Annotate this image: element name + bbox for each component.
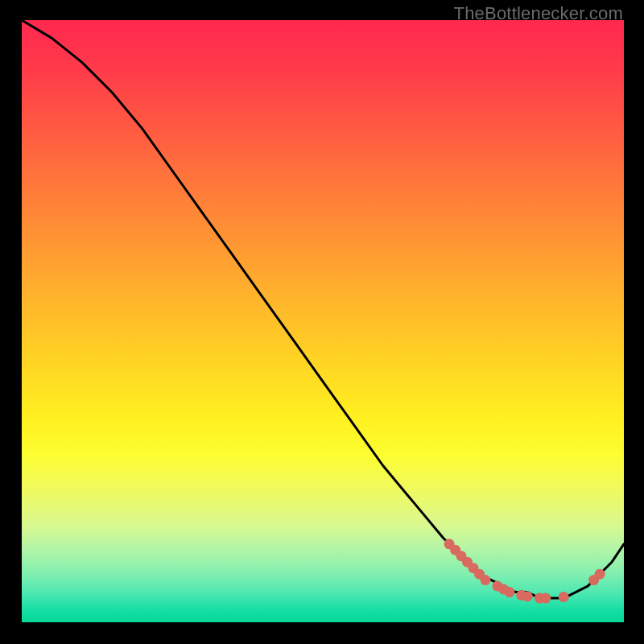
svg-point-3 [462,557,473,568]
svg-point-10 [516,590,526,601]
svg-point-12 [535,593,545,604]
svg-point-4 [469,563,479,573]
svg-point-5 [474,569,485,580]
svg-point-1 [450,545,460,555]
svg-point-0 [444,539,455,549]
bottleneck-curve [22,20,624,622]
plot-area [22,20,624,622]
svg-point-14 [559,592,569,602]
chart-container: TheBottlenecker.com [0,0,644,644]
svg-point-16 [595,569,605,580]
svg-point-8 [498,584,509,594]
svg-point-11 [522,591,533,601]
svg-point-9 [504,587,514,597]
svg-point-7 [492,581,502,592]
svg-point-15 [588,575,599,585]
svg-point-6 [481,575,491,585]
svg-point-2 [456,551,467,561]
svg-point-13 [540,593,551,604]
